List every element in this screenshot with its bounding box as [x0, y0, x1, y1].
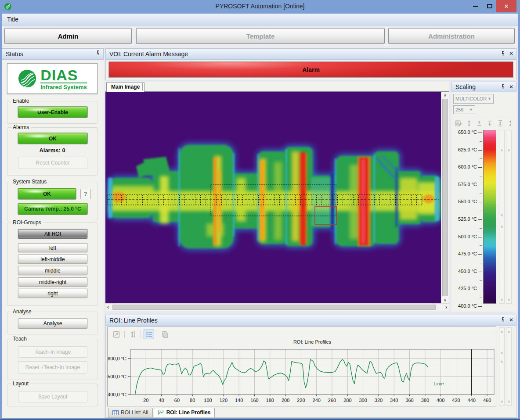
help-button[interactable]: ?: [80, 189, 91, 199]
levels-select[interactable]: 256▼: [453, 105, 475, 114]
chevron-down-icon[interactable]: ∨: [506, 298, 511, 302]
chevron-up-icon[interactable]: ∧: [506, 148, 511, 152]
scroll-left-icon[interactable]: ‹: [107, 304, 109, 310]
scale-tick: [478, 254, 482, 255]
scale-tick-label: 575.0 °C: [452, 182, 477, 187]
svg-text:500,0 °C: 500,0 °C: [108, 374, 126, 379]
nav-tab-template[interactable]: Template: [136, 28, 385, 44]
scale-tick-label: 650.0 °C: [452, 129, 477, 135]
reset-counter-button[interactable]: Reset Counter: [18, 157, 87, 169]
chevron-up-icon[interactable]: ∧: [499, 224, 504, 229]
autoscale-icon[interactable]: [127, 330, 138, 339]
scale-tick-label: 500.0 °C: [452, 234, 477, 239]
nav-tab-admin[interactable]: Admin: [4, 28, 132, 44]
menu-bar[interactable]: Title: [2, 14, 518, 26]
voi-panel-title: VOI: Current Alarm Message: [109, 50, 188, 57]
image-vertical-scrollbar[interactable]: ∧ ∨: [441, 92, 449, 303]
camera-temp-button[interactable]: Camera Temp.: 25.0 °C: [18, 203, 87, 215]
scale-auto-icon[interactable]: [506, 119, 515, 128]
close-panel-icon[interactable]: ✕: [509, 317, 513, 323]
scale-minor-tick: [480, 280, 482, 281]
image-horizontal-scrollbar[interactable]: ‹ ›: [105, 303, 449, 311]
close-button[interactable]: ✕: [496, 0, 516, 12]
scroll-down-icon[interactable]: ∨: [441, 298, 449, 302]
svg-text:200: 200: [282, 398, 289, 403]
chart-zoom-slider-1[interactable]: ∧ ∨ ∧ ∨: [499, 327, 505, 406]
teach-in-image-button[interactable]: Teach-In Image: [18, 346, 87, 358]
roi-group-all-button[interactable]: All ROI: [18, 229, 87, 239]
scaling-panel-header: Scaling ✕: [451, 82, 516, 92]
chevron-down-icon[interactable]: ∨: [499, 399, 504, 404]
roi-group-middle-right-button[interactable]: middle-right: [18, 277, 87, 287]
tab-main-image-label: Main Image: [111, 84, 140, 90]
chevron-down-icon[interactable]: ∨: [499, 298, 504, 302]
user-enable-button[interactable]: User-Enable: [18, 107, 87, 118]
chevron-down-icon[interactable]: ∨: [506, 399, 511, 404]
toolbar-separator: [141, 331, 141, 338]
minimize-button[interactable]: [469, 0, 482, 12]
svg-text:260: 260: [328, 398, 336, 403]
roi-group-middle-button[interactable]: middle: [18, 266, 87, 275]
export-chart-icon[interactable]: [111, 330, 122, 339]
scale-tick: [478, 219, 482, 220]
save-layout-button[interactable]: Save Layout: [18, 391, 87, 402]
scale-min-slider[interactable]: ∧ ∨: [506, 130, 512, 304]
tab-main-image[interactable]: Main Image: [106, 82, 144, 92]
chevron-down-icon[interactable]: ∨: [499, 213, 504, 217]
scroll-up-icon[interactable]: ∧: [441, 93, 449, 97]
copy-chart-icon[interactable]: [160, 330, 170, 339]
svg-text:300: 300: [359, 398, 367, 403]
roi-group-left-button[interactable]: left: [18, 243, 87, 252]
image-hscroll-thumb[interactable]: [112, 305, 436, 310]
voi-panel-header: VOI: Current Alarm Message ✕: [105, 48, 516, 60]
pin-icon[interactable]: [501, 51, 506, 56]
nav-tab-administration[interactable]: Administration: [388, 28, 515, 44]
scale-max-up-icon[interactable]: [475, 119, 484, 128]
reset-teach-in-image-button[interactable]: Reset +Teach-In Image: [18, 361, 87, 373]
scale-expand-icon[interactable]: [465, 119, 473, 128]
scale-tick-label: 550.0 °C: [452, 199, 477, 204]
scale-fit-icon[interactable]: [496, 119, 505, 128]
tab-roi-list[interactable]: ROI List: All: [108, 408, 153, 417]
bottom-tab-bar: ROI List: All ROI: Line Profiles: [108, 408, 215, 417]
chevron-up-icon[interactable]: ∧: [499, 330, 504, 334]
chevron-up-icon[interactable]: ∧: [506, 330, 511, 334]
tab-roi-line-profiles[interactable]: ROI: Line Profiles: [154, 408, 215, 417]
roi-group-left-middle-button[interactable]: left-middle: [18, 255, 87, 264]
chevron-down-icon[interactable]: ∨: [499, 351, 504, 355]
scale-minor-tick: [480, 245, 482, 246]
pin-icon[interactable]: [501, 317, 506, 323]
analyse-button[interactable]: Analyse: [18, 318, 87, 329]
pin-icon[interactable]: [96, 50, 101, 56]
alarm-ok-button[interactable]: OK: [18, 133, 87, 144]
colorbar: [483, 130, 496, 304]
scale-tick-label: 625.0 °C: [452, 147, 477, 152]
chevron-up-icon[interactable]: ∧: [499, 148, 504, 152]
palette-value: MULTICOLOR: [455, 96, 487, 101]
scroll-right-icon[interactable]: ›: [445, 304, 447, 310]
nav-row: Admin Template Administration: [2, 26, 518, 46]
system-ok-button[interactable]: OK: [18, 188, 76, 199]
svg-text:400,0 °C: 400,0 °C: [108, 392, 126, 397]
system-status-label: System Status: [11, 179, 48, 185]
close-panel-icon[interactable]: ✕: [509, 84, 513, 90]
legend-toggle-icon[interactable]: [144, 330, 154, 339]
alarm-ok-label: OK: [49, 136, 57, 142]
scale-min-down-icon[interactable]: [485, 119, 494, 128]
roi-group-right-button[interactable]: right: [18, 289, 87, 298]
chevron-up-icon[interactable]: ∧: [499, 359, 504, 364]
status-panel-header: Status: [2, 48, 104, 60]
scale-properties-icon[interactable]: [454, 119, 463, 128]
scale-max-slider[interactable]: ∧ ∨ ∧ ∨: [499, 130, 505, 304]
palette-select[interactable]: MULTICOLOR▼: [453, 94, 494, 104]
thermal-image-canvas[interactable]: [105, 92, 441, 303]
image-vscroll-thumb[interactable]: [442, 99, 448, 296]
pin-icon[interactable]: [501, 84, 506, 90]
maximize-button[interactable]: [483, 0, 496, 12]
close-panel-icon[interactable]: ✕: [509, 50, 513, 57]
chart-zoom-slider-2[interactable]: ∧ ∨: [506, 327, 512, 406]
svg-text:60: 60: [174, 398, 180, 403]
profiles-chart-container: 2040608010012014016018020022024026028030…: [107, 327, 496, 406]
scale-tick: [478, 202, 482, 202]
tab-separator: [142, 83, 143, 90]
